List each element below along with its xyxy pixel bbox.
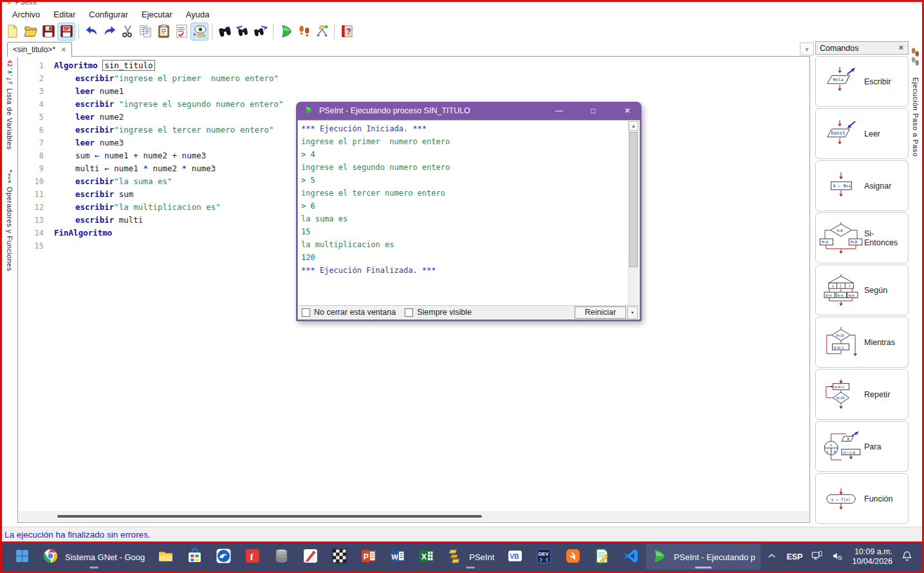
tab-close-icon[interactable]: ✕ xyxy=(60,46,66,54)
taskbar-notepad[interactable] xyxy=(588,544,615,570)
restart-button[interactable]: Reiniciar xyxy=(575,306,626,319)
find-prev-button[interactable] xyxy=(234,23,252,41)
find-button[interactable] xyxy=(216,23,234,41)
cut-button[interactable] xyxy=(118,23,136,41)
always-visible-checkbox[interactable] xyxy=(405,308,413,317)
find-next-button[interactable] xyxy=(252,23,270,41)
network-icon[interactable] xyxy=(811,550,823,565)
pseint-logo-icon xyxy=(6,2,12,6)
run-button[interactable] xyxy=(277,23,295,41)
svg-text:VB: VB xyxy=(510,553,519,560)
command-escribir[interactable]: 'Hola !'Escribir xyxy=(815,56,909,107)
open-button[interactable] xyxy=(21,23,39,41)
taskbar-store[interactable] xyxy=(181,544,208,570)
help-button[interactable]: ? xyxy=(338,23,356,41)
flowchart-button[interactable] xyxy=(313,23,331,41)
dialog-titlebar[interactable]: PSeInt - Ejecutando proceso SIN_TITULO —… xyxy=(296,102,642,120)
horizontal-scrollbar-thumb[interactable] xyxy=(57,515,482,518)
menu-configurar[interactable]: Configurar xyxy=(82,8,135,21)
taskbar-excel[interactable]: X xyxy=(412,544,439,570)
vertical-scrollbar[interactable]: ▲ xyxy=(628,121,639,305)
taskbar-red-f-app[interactable]: f xyxy=(239,544,266,570)
dialog-maximize-button[interactable]: □ xyxy=(579,102,607,120)
powerpoint-icon: P xyxy=(360,548,376,567)
command-funcion[interactable]: y ← f(x)Función xyxy=(815,473,909,524)
dialog-close-button[interactable]: ✕ xyxy=(613,102,642,120)
rail-tab-label: Operadores y Funciones xyxy=(6,187,14,271)
taskbar-database-app[interactable] xyxy=(268,544,295,570)
execution-dialog[interactable]: PSeInt - Ejecutando proceso SIN_TITULO —… xyxy=(296,102,642,321)
scroll-down-icon[interactable]: ▼ xyxy=(627,306,638,319)
taskbar-xampp[interactable] xyxy=(559,544,586,570)
vscode-icon xyxy=(623,548,639,567)
taskbar-clock[interactable]: 10:09 a.m. 10/04/2026 xyxy=(852,547,892,567)
left-rail-tab-variables[interactable]: 42'A'¿?Lista de Variables xyxy=(6,57,14,150)
no-close-checkbox[interactable] xyxy=(302,308,310,317)
escribir-flowchart-icon: 'Hola !' xyxy=(818,66,864,98)
left-dock-rail: 42'A'¿?Lista de Variables*+=<Operadores … xyxy=(2,56,17,523)
command-para[interactable]: i1NBA[i]←BPara xyxy=(815,421,909,472)
dialog-minimize-button[interactable]: — xyxy=(545,102,573,120)
syntax-check-button[interactable] xyxy=(172,23,190,41)
horizontal-scrollbar[interactable] xyxy=(19,511,809,521)
highlight-view-button[interactable]: + xyxy=(190,23,208,41)
volume-muted-icon[interactable] xyxy=(831,550,844,565)
save-button[interactable] xyxy=(39,23,57,41)
commands-panel-title: Comandos xyxy=(820,44,858,53)
command-repetir[interactable]: N←N+1N<10Repetir xyxy=(815,369,909,420)
taskbar-vscode[interactable] xyxy=(617,544,644,570)
copy-button[interactable] xyxy=(136,23,154,41)
footsteps-icon[interactable] xyxy=(910,48,920,72)
taskbar-keyboard-app[interactable] xyxy=(326,544,353,570)
code-text: escribir"ingrese el tercer numero entero… xyxy=(54,124,274,136)
taskbar-chrome[interactable]: Sistema GNet - Goog xyxy=(37,544,150,570)
system-tray: ESP 10:09 a.m. 10/04/2026 xyxy=(766,547,922,567)
language-indicator[interactable]: ESP xyxy=(786,552,802,561)
left-rail-tab-operators[interactable]: *+=<Operadores y Funciones xyxy=(6,167,14,272)
command-segun[interactable]: 123N←AN←AN←ASegún xyxy=(815,265,909,315)
paste-button[interactable] xyxy=(154,23,172,41)
taskbar-explorer[interactable] xyxy=(152,544,179,570)
taskbar-dev-cpp[interactable]: DEV xyxy=(530,544,557,570)
redo-button[interactable] xyxy=(100,23,118,41)
menu-editar[interactable]: Editar xyxy=(47,8,82,21)
toolbar-separator xyxy=(334,24,335,39)
step-execution-tab[interactable]: Ejecución Paso a Paso xyxy=(912,77,919,157)
line-number: 1 xyxy=(18,59,54,72)
undo-button[interactable] xyxy=(82,23,100,41)
command-leer[interactable]: Dato1Leer xyxy=(815,108,909,159)
menu-ayuda[interactable]: Ayuda xyxy=(180,8,217,21)
scroll-up-icon[interactable]: ▲ xyxy=(629,121,638,131)
no-close-label: No cerrar esta ventana xyxy=(314,308,396,317)
new-file-button[interactable] xyxy=(3,23,21,41)
command-si_entonces[interactable]: A>BM←AM←BSi-Entonces xyxy=(815,212,909,263)
taskbar-blue-app[interactable] xyxy=(210,544,237,570)
menu-ejecutar[interactable]: Ejecutar xyxy=(135,8,180,21)
step-run-button[interactable] xyxy=(295,23,313,41)
taskbar-word[interactable]: W xyxy=(383,544,411,570)
menu-archivo[interactable]: Archivo xyxy=(6,8,47,21)
taskbar-pencil-app[interactable] xyxy=(297,544,324,570)
taskbar-visual-basic[interactable]: VB xyxy=(501,544,528,570)
command-asignar[interactable]: A ← B+iAsignar xyxy=(815,160,909,211)
tray-chevron-up-icon[interactable] xyxy=(766,550,778,565)
svg-text:M←B: M←B xyxy=(851,240,858,244)
copy-icon xyxy=(138,24,153,39)
taskbar-powerpoint[interactable]: P xyxy=(355,544,382,570)
editor-tab[interactable]: <sin_titulo>* ✕ xyxy=(7,42,72,57)
commands-close-icon[interactable]: ✕ xyxy=(898,44,904,52)
command-label: Si-Entonces xyxy=(864,229,906,247)
vertical-scrollbar-thumb[interactable] xyxy=(629,132,638,267)
console-line: la multiplicacion es xyxy=(301,238,627,251)
save-all-button[interactable] xyxy=(57,23,75,41)
svg-text:W: W xyxy=(391,552,398,560)
xampp-icon xyxy=(565,548,581,567)
taskbar-pseint[interactable]: PSeInt xyxy=(441,544,499,570)
line-number: 7 xyxy=(18,136,54,149)
taskbar-pseint-running[interactable]: PSeInt - Ejecutando p xyxy=(646,544,760,570)
taskbar-start[interactable] xyxy=(8,544,35,570)
command-mientras[interactable]: N<10N←N+1Mientras xyxy=(815,317,909,368)
notification-bell-icon[interactable] xyxy=(901,550,913,565)
toolbar: +? xyxy=(2,21,356,41)
tab-list-dropdown-button[interactable]: ▾ xyxy=(800,42,814,55)
